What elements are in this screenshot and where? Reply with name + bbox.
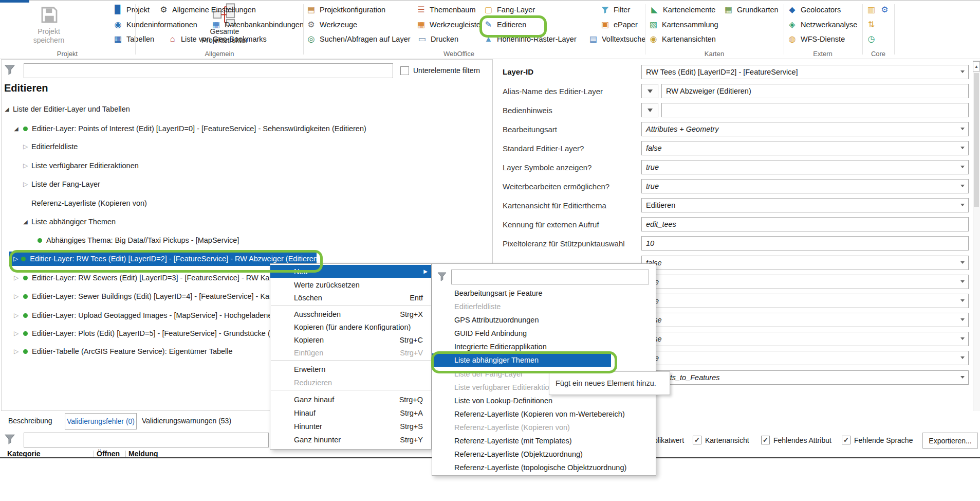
expander-collapsed-icon[interactable]: ▷ — [12, 348, 20, 355]
scrollbar-up-button[interactable]: ▲ — [973, 61, 980, 71]
core-order-button[interactable]: ⇅ — [866, 19, 876, 31]
ribbon-item-suchen-abfragen[interactable]: ◎Suchen/Abfragen auf Layer — [306, 33, 411, 45]
tree-item-liste-editier-layer[interactable]: ◢Liste der Editier-Layer und Tabellen — [3, 102, 130, 116]
menu-item-reduzieren[interactable]: Reduzieren — [270, 376, 431, 389]
prop-value-kennung[interactable]: edit_tees — [641, 217, 969, 231]
tree-item-abhaengiges-thema[interactable]: Abhängiges Thema: Big Data//Taxi Pickups… — [38, 234, 239, 247]
prop-value-row16[interactable]: true — [641, 351, 969, 365]
expander-collapsed-icon[interactable]: ▷ — [12, 274, 20, 281]
expander-collapsed-icon[interactable]: ▷ — [22, 143, 29, 150]
submenu-item-referenz-mit-templates[interactable]: Referenz-Layerliste (mit Templates) — [432, 434, 656, 448]
menu-item-werte-zuruecksetzen[interactable]: Werte zurücksetzen — [270, 278, 431, 291]
prop-bedienhinweis-dropdown-button[interactable] — [641, 103, 658, 117]
fehlendes-attribut-checkbox[interactable]: ✓ — [761, 436, 770, 444]
prop-value-row12[interactable]: true — [641, 275, 969, 289]
menu-item-ausschneiden[interactable]: AusschneidenStrg+X — [270, 308, 431, 320]
tab-validierungswarnungen[interactable]: Validierungswarnungen (53) — [142, 417, 231, 425]
expander-expanded-icon[interactable]: ◢ — [22, 219, 29, 225]
scrollbar-thumb[interactable] — [974, 73, 979, 207]
expander-expanded-icon[interactable]: ◢ — [12, 126, 20, 132]
menu-item-hinauf[interactable]: HinaufStrg+A — [270, 406, 431, 419]
menu-item-ganz-hinauf[interactable]: Ganz hinaufStrg+Q — [270, 393, 431, 406]
tree-item-sewer-buildings[interactable]: ▷Editier-Layer: Sewer Buildings (Edit) [… — [12, 290, 280, 303]
expander-collapsed-icon[interactable]: ▷ — [13, 255, 18, 262]
ribbon-item-epaper[interactable]: ▣ePaper — [600, 19, 638, 31]
tree-item-editierfeldliste[interactable]: ▷Editierfeldliste — [22, 140, 78, 153]
expander-collapsed-icon[interactable]: ▷ — [12, 293, 20, 300]
ribbon-item-wfs-dienste[interactable]: ◍WFS-Dienste — [787, 33, 845, 45]
ribbon-item-fang-layer[interactable]: ▢Fang-Layer — [484, 4, 535, 16]
column-header-meldung[interactable]: Meldung — [128, 450, 158, 458]
ribbon-item-hoeheninfo[interactable]: ▲Höheninfo-Raster-Layer — [484, 33, 577, 45]
submenu-item-liste-abhaengiger-themen[interactable]: Liste abhängiger Themen — [432, 353, 611, 367]
ribbon-item-werkzeuge[interactable]: ⚙Werkzeuge — [306, 19, 357, 31]
ribbon-item-netzwerkanalyse[interactable]: ◈Netzwerkanalyse — [787, 19, 857, 31]
column-header-kategorie[interactable]: Kategorie — [7, 450, 41, 458]
tree-item-editieraktionen[interactable]: ▷Liste verfügbarer Editieraktionen — [22, 159, 139, 172]
expander-expanded-icon[interactable]: ◢ — [3, 106, 11, 113]
tab-validierungsfehler[interactable]: Validierungsfehler (0) — [65, 413, 137, 430]
tree-item-upload-geotagged[interactable]: ▷Editier-Layer: Upload Geotagged Images … — [12, 309, 276, 322]
ribbon-item-kundeninformationen[interactable]: ◉Kundeninformationen — [113, 19, 197, 31]
ribbon-item-geolocators[interactable]: ◆Geolocators — [787, 4, 841, 16]
save-project-button[interactable]: Projekt speichern — [10, 27, 87, 45]
submenu-item-referenz-m-wertebereich[interactable]: Referenz-Layerliste (Kopieren von m-Wert… — [432, 407, 656, 421]
prop-value-symbole[interactable]: true — [641, 160, 969, 174]
menu-item-kopieren-andere[interactable]: Kopieren (für andere Konfiguration) — [270, 320, 431, 333]
tree-filter-input[interactable] — [24, 63, 393, 78]
prop-value-row15[interactable]: false — [641, 332, 969, 346]
ribbon-item-projekt[interactable]: ▉Projekt — [113, 4, 150, 16]
ribbon-item-kartensammlung[interactable]: ▧Kartensammlung — [649, 19, 718, 31]
tree-item-plots[interactable]: ▷Editier-Layer: Plots (Edit) [LayerID=5]… — [12, 327, 280, 340]
tree-item-eigentuemer-tabelle[interactable]: ▷Editier-Tabelle (ArcGIS Feature Service… — [12, 345, 233, 358]
validation-filter-input[interactable] — [24, 433, 269, 448]
ribbon-item-geo-bookmarks[interactable]: ⌂Liste von Geo-Bookmarks — [168, 33, 267, 45]
column-header-oeffnen[interactable]: Öffnen — [97, 450, 120, 458]
tree-item-rw-sewers[interactable]: ▷Editier-Layer: RW Sewers (Edit) [LayerI… — [12, 271, 284, 284]
core-settings-button[interactable]: ⚙ — [880, 4, 890, 16]
submenu-item-referenz-objektzuordnung[interactable]: Referenz-Layerliste (Objektzuordnung) — [432, 448, 656, 461]
submenu-item-referenz-topologische[interactable]: Referenz-Layerliste (topologische Objekt… — [432, 461, 656, 474]
submenu-item-integrierte-editierapplikation[interactable]: Integrierte Editierapplikation — [432, 340, 656, 353]
ribbon-item-projektkonfiguration[interactable]: ▤Projektkonfiguration — [306, 4, 385, 16]
prop-value-alias[interactable]: RW Abzweiger (Editieren) — [661, 84, 969, 98]
submenu-item-editierfeldliste[interactable]: Editierfeldliste — [432, 300, 656, 313]
ribbon-item-editieren[interactable]: ✎Editieren — [484, 19, 526, 31]
prop-value-layer-id[interactable]: RW Tees (Edit) [LayerID=2] - [FeatureSer… — [641, 65, 969, 79]
submenu-item-gps-attributzuordnungen[interactable]: GPS Attributzuordnungen — [432, 313, 656, 327]
submenu-item-guid-feld-anbindung[interactable]: GUID Feld Anbindung — [432, 327, 656, 340]
fehlende-sprache-checkbox[interactable]: ✓ — [842, 436, 850, 444]
prop-value-pixeltoleranz[interactable]: 10 — [641, 236, 969, 251]
ribbon-item-themenbaum[interactable]: ☰Themenbaum — [416, 4, 475, 16]
menu-item-einfuegen[interactable]: EinfügenStrg+V — [270, 346, 431, 359]
prop-value-row11[interactable]: false — [641, 256, 969, 270]
submenu-filter-input[interactable] — [451, 270, 649, 284]
ribbon-item-werkzeugleiste[interactable]: ▦Werkzeugleiste — [416, 19, 480, 31]
submenu-item-bearbeitungsart-je-feature[interactable]: Bearbeitungsart je Feature — [432, 287, 656, 300]
submenu-item-lookup-definitionen[interactable]: Liste von Lookup-Definitionen — [432, 394, 656, 407]
prop-value-weiterbearbeiten[interactable]: true — [641, 179, 969, 193]
prop-value-standard[interactable]: false — [641, 141, 969, 155]
expander-collapsed-icon[interactable]: ▷ — [22, 162, 29, 169]
ribbon-item-volltextsuche[interactable]: ▤Volltextsuche — [588, 33, 645, 45]
ribbon-item-datenbankanbindungen[interactable]: ▦Datenbankanbindungen — [211, 19, 304, 31]
tree-item-liste-abhaengiger-themen[interactable]: ◢Liste abhängiger Themen — [22, 215, 116, 228]
tab-beschreibung[interactable]: Beschreibung — [8, 417, 52, 425]
core-time-button[interactable]: ◷ — [866, 33, 876, 45]
subfilter-checkbox[interactable] — [400, 66, 409, 75]
prop-value-row14[interactable]: false — [641, 313, 969, 327]
export-button[interactable]: Exportieren... — [922, 433, 978, 449]
menu-item-erweitern[interactable]: Erweitern — [270, 363, 431, 375]
tree-item-fang-layer-liste[interactable]: ▷Liste der Fang-Layer — [22, 177, 100, 191]
tree-item-points-of-interest[interactable]: ◢Editier-Layer: Points of Interest (Edit… — [12, 122, 366, 135]
menu-item-kopieren[interactable]: KopierenStrg+C — [270, 333, 431, 346]
submenu-item-referenz-kopieren-von[interactable]: Referenz-Layerliste (Kopieren von) — [432, 421, 656, 434]
menu-item-loeschen[interactable]: LöschenEntf — [270, 291, 431, 304]
ribbon-item-kartenansichten[interactable]: ◉Kartenansichten — [649, 33, 716, 45]
menu-item-neu[interactable]: Neu▶ — [270, 265, 431, 278]
expander-collapsed-icon[interactable]: ▷ — [12, 330, 20, 337]
ribbon-item-filter[interactable]: Filter — [600, 4, 630, 16]
prop-value-bearbeitungsart[interactable]: Attributes + Geometry — [641, 122, 969, 136]
core-legend-button[interactable]: ▥ — [866, 4, 876, 16]
kartenansicht-checkbox[interactable]: ✓ — [693, 436, 701, 444]
